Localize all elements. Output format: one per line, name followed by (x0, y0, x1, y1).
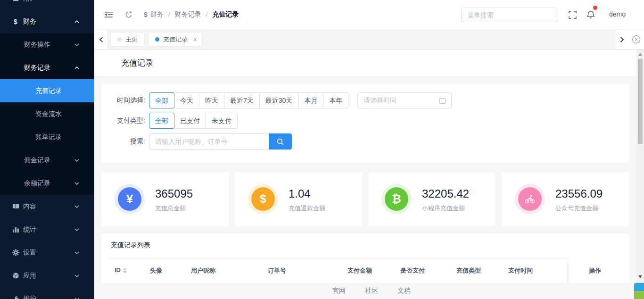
time-filter-today[interactable]: 今天 (174, 92, 199, 108)
scrollbar-down-arrow[interactable] (638, 275, 642, 278)
sidebar-item-maintenance[interactable]: 维护 (0, 287, 94, 299)
menu-search-input[interactable] (461, 8, 557, 22)
fullscreen-icon[interactable] (569, 11, 577, 19)
gear-icon (11, 249, 20, 256)
tab-recharge-records[interactable]: 充值记录 × (148, 32, 202, 47)
scrollbar-up-arrow[interactable] (638, 53, 642, 56)
tabs-scroll-left-button[interactable] (94, 30, 108, 49)
page-title: 充值记录 (121, 58, 153, 68)
calendar-icon (439, 97, 446, 104)
col-avatar: 头像 (150, 266, 162, 275)
notification-dot (593, 6, 597, 10)
stat-value: 32205.42 (422, 187, 469, 200)
stat-card-miniprogram: ₿ 32205.42 小程序充值金额 (368, 172, 495, 226)
time-filter-this-year[interactable]: 本年 (323, 92, 348, 108)
stat-label: 充值总金额 (155, 204, 186, 213)
time-filter-this-month[interactable]: 本月 (298, 92, 323, 108)
stat-card-recharge-total: ¥ 365095 充值总金额 (101, 172, 229, 226)
time-filter-group: 全部 今天 昨天 最近7天 最近30天 本月 本年 (149, 92, 348, 108)
col-nickname: 用户昵称 (191, 266, 215, 275)
keyword-search-input[interactable] (149, 133, 269, 150)
corner-widget[interactable] (634, 283, 644, 299)
sidebar-item-recharge-records[interactable]: 充值记录 (0, 79, 94, 102)
home-icon (11, 0, 20, 2)
time-filter-last30days[interactable]: 最近30天 (259, 92, 299, 108)
chevron-down-icon (74, 182, 79, 185)
tab-home[interactable]: 主页 (110, 32, 145, 47)
scrollbar-thumb[interactable] (638, 59, 643, 144)
close-tabs-menu-icon[interactable] (628, 30, 644, 49)
col-ispaid: 是否支付 (400, 266, 425, 275)
stat-value: 1.04 (289, 187, 311, 200)
username[interactable]: demo (609, 10, 626, 18)
col-orderno: 订单号 (268, 266, 286, 275)
chevron-down-icon (74, 251, 79, 254)
yen-icon: ¥ (118, 187, 141, 211)
topbar: $ 财务 / 财务记录 / 充值记录 demo (94, 0, 644, 29)
stat-value: 365095 (155, 187, 193, 200)
dollar-icon: $ (11, 18, 20, 25)
chevron-down-icon (74, 159, 79, 162)
tabs-scroll-right-button[interactable] (615, 30, 628, 49)
breadcrumb-finance[interactable]: 财务 (150, 10, 164, 19)
time-filter-last7days[interactable]: 最近7天 (224, 92, 260, 108)
col-id[interactable]: ID (115, 266, 127, 274)
app: 用户 $ 财务 财务操作 财务记录 充值记录 (0, 0, 644, 299)
col-actions: 操作 (569, 266, 621, 275)
date-range-picker[interactable]: 请选择时间 (357, 92, 452, 108)
chevron-down-icon (74, 43, 79, 46)
collapse-sidebar-icon[interactable] (105, 11, 113, 18)
stat-label: 小程序充值金额 (422, 204, 465, 213)
col-rechargetype: 充值类型 (456, 266, 481, 275)
tab-dot (117, 37, 122, 42)
bike-icon (518, 187, 542, 211)
time-filter-label: 时间选择: (101, 96, 145, 105)
col-paytime: 支付时间 (508, 266, 533, 275)
tab-close-icon[interactable]: × (193, 36, 197, 43)
table-header: ID 头像 用户昵称 订单号 支付金额 是否支付 充值类型 支付时间 操作 (101, 258, 629, 283)
pay-type-unpaid[interactable]: 未支付 (206, 113, 238, 129)
book-icon (11, 203, 20, 210)
refresh-icon[interactable] (125, 11, 132, 18)
dollar-icon: $ (251, 187, 275, 211)
notification-bell-icon[interactable] (586, 10, 595, 19)
bitcoin-icon: ₿ (385, 187, 408, 211)
cube-icon (11, 272, 20, 279)
footer-link-docs[interactable]: 文档 (397, 287, 411, 295)
search-icon (276, 138, 284, 146)
pay-type-filter-group: 全部 已支付 未支付 (149, 113, 238, 129)
chevron-down-icon (74, 205, 79, 208)
search-button[interactable] (269, 133, 292, 150)
sidebar-item-bill-records[interactable]: 账单记录 (0, 125, 94, 149)
stat-label: 公众号充值金额 (555, 204, 598, 213)
sidebar-item-finance-ops[interactable]: 财务操作 (0, 33, 94, 56)
sidebar-item-fund-flow[interactable]: 资金流水 (0, 102, 94, 125)
sidebar-item-commission-records[interactable]: 佣金记录 (0, 149, 94, 172)
col-amount: 支付金额 (347, 266, 372, 275)
time-filter-yesterday[interactable]: 昨天 (199, 92, 224, 108)
footer-link-community[interactable]: 社区 (365, 287, 378, 295)
pay-type-paid[interactable]: 已支付 (174, 113, 206, 129)
chevron-down-icon (74, 274, 79, 277)
pay-type-all[interactable]: 全部 (149, 113, 174, 129)
sidebar-item-content[interactable]: 内容 (0, 195, 94, 218)
sidebar-item-finance[interactable]: $ 财务 (0, 10, 94, 33)
sidebar-item-finance-records[interactable]: 财务记录 (0, 56, 94, 79)
sidebar-item-statistics[interactable]: 统计 (0, 218, 94, 241)
table-card: 充值记录列表 ID 头像 用户昵称 订单号 支付金额 是否支付 充值类型 支付时… (101, 233, 629, 283)
stat-card-refund-total: $ 1.04 充值退款金额 (235, 172, 362, 226)
sidebar-item-user[interactable]: 用户 (0, 0, 94, 10)
sidebar-item-apps[interactable]: 应用 (0, 264, 94, 287)
sort-icon (123, 268, 127, 274)
chevron-up-icon (74, 66, 79, 69)
sidebar-item-balance-records[interactable]: 余额记录 (0, 172, 94, 195)
table-title: 充值记录列表 (111, 241, 150, 249)
vertical-scrollbar[interactable] (636, 50, 644, 299)
tabbar: 主页 充值记录 × (94, 29, 644, 50)
breadcrumb-finance-records[interactable]: 财务记录 (175, 10, 201, 19)
footer-link-official[interactable]: 官网 (332, 287, 346, 295)
chevron-down-icon (74, 298, 79, 299)
time-filter-all[interactable]: 全部 (149, 92, 174, 108)
sidebar-item-settings[interactable]: 设置 (0, 241, 94, 264)
stat-card-officialaccount: 23556.09 公众号充值金额 (502, 172, 629, 226)
